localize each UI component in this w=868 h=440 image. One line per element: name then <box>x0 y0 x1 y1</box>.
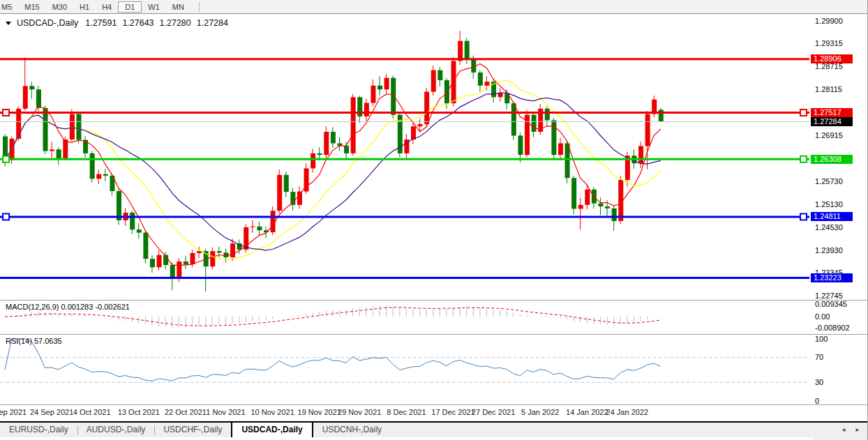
title-symbol: USDCAD-,Daily <box>17 18 78 28</box>
candle <box>638 146 643 163</box>
candle <box>70 114 75 139</box>
macd-indicator-label: MACD(12,26,9) 0.001283 -0.002621 <box>6 303 130 311</box>
candle <box>364 103 369 116</box>
ma-13-line <box>5 80 661 260</box>
candle <box>257 227 262 231</box>
candle <box>284 175 289 192</box>
price-tick: 1.28115 <box>815 85 842 94</box>
candle <box>351 97 356 153</box>
candle <box>592 190 597 204</box>
candle <box>511 103 516 135</box>
date-label: 19 Nov 2021 <box>298 408 341 416</box>
rsi-indicator-label: RSI(14) 57.0635 <box>6 337 62 345</box>
candle <box>317 153 322 155</box>
candle <box>190 253 195 264</box>
hline-end-marker[interactable] <box>800 156 807 162</box>
candle <box>545 109 550 121</box>
hline-end-marker[interactable] <box>3 213 9 220</box>
date-label: 5 Jan 2022 <box>521 408 559 416</box>
candle <box>451 61 456 103</box>
candle <box>63 139 68 158</box>
hline-price-label-support-mid: 1.26308 <box>811 155 853 164</box>
hline-end-marker[interactable] <box>800 109 807 116</box>
rsi-line <box>5 339 661 381</box>
candle <box>324 132 329 155</box>
symbol-dropdown-icon[interactable] <box>6 22 11 25</box>
candle <box>170 265 175 278</box>
candle <box>565 144 570 179</box>
title-high: 1.27643 <box>122 18 154 28</box>
candle <box>478 73 483 86</box>
date-label: 1 Nov 2021 <box>206 408 245 416</box>
title-close: 1.27284 <box>197 18 228 28</box>
hline-end-marker[interactable] <box>3 156 9 162</box>
candle <box>571 178 576 208</box>
candle <box>384 78 389 90</box>
candle <box>137 229 142 232</box>
candle <box>277 175 282 211</box>
candle <box>177 261 181 278</box>
candle <box>371 86 375 103</box>
candle <box>50 149 54 151</box>
candle <box>250 227 255 227</box>
macd-axis-tick: 0.009345 <box>815 300 847 309</box>
candle <box>36 89 41 107</box>
candle <box>484 82 489 86</box>
candles <box>3 31 664 291</box>
candle <box>411 126 416 139</box>
candle <box>377 86 382 90</box>
price-tick: 1.25730 <box>815 177 843 186</box>
ma-5-line <box>5 63 661 265</box>
date-label: 13 Oct 2021 <box>118 408 160 416</box>
date-label: 22 Oct 2021 <box>165 408 207 416</box>
hline-resistance[interactable] <box>0 109 809 116</box>
chart-plot[interactable] <box>0 0 868 440</box>
candle <box>458 41 463 61</box>
candle <box>90 153 95 179</box>
candle <box>217 251 222 252</box>
chart-tab-usdcnh[interactable]: USDCNH-,Daily <box>313 423 391 437</box>
candle <box>551 120 556 155</box>
hline-price-label-support: 1.24811 <box>811 212 853 221</box>
candle <box>43 108 48 151</box>
candle <box>558 144 563 155</box>
date-label: 24 Sep 2021 <box>30 408 73 416</box>
date-label: 27 Dec 2021 <box>472 408 515 416</box>
candle <box>23 86 28 109</box>
hline-end-marker[interactable] <box>800 213 807 220</box>
candle <box>76 114 81 140</box>
candle <box>344 146 349 153</box>
chart-tab-bar: EURUSD-,DailyAUDUSD-,DailyUSDCHF-,DailyU… <box>0 421 868 440</box>
tab-scroll-left-icon[interactable]: ◄ <box>839 426 848 434</box>
chart-tab-eurusd[interactable]: EURUSD-,Daily <box>0 423 77 437</box>
rsi-axis-tick: 100 <box>815 335 828 344</box>
date-label: 10 Nov 2021 <box>250 408 294 416</box>
candle <box>418 124 423 126</box>
candle <box>338 144 343 146</box>
tab-scroll-right-icon[interactable]: ► <box>853 426 862 434</box>
rsi-axis-tick: 30 <box>815 378 823 387</box>
candle <box>331 132 336 144</box>
date-label: 14 Jan 2022 <box>566 408 608 416</box>
hline-end-marker[interactable] <box>3 109 9 116</box>
hline-price-label-resistance: 1.27517 <box>811 108 853 117</box>
chart-tab-usdcad[interactable]: USDCAD-,Daily <box>231 421 313 437</box>
candle <box>532 115 537 132</box>
candle <box>645 114 650 146</box>
candle <box>431 70 436 92</box>
macd-axis-tick: 0.00 <box>815 312 830 321</box>
bid-price-label: 1.27284 <box>811 117 853 126</box>
date-label: 4 Oct 2021 <box>73 408 111 416</box>
candle <box>157 255 162 268</box>
candle <box>465 41 470 59</box>
price-tick: 1.23930 <box>815 246 843 255</box>
date-label: 29 Nov 2021 <box>338 408 381 416</box>
candle <box>437 70 442 80</box>
date-label: 17 Dec 2021 <box>431 408 474 416</box>
candle <box>659 109 664 121</box>
candle <box>57 149 61 158</box>
price-tick: 1.26915 <box>815 131 843 140</box>
chart-tab-usdchf[interactable]: USDCHF-,Daily <box>154 423 231 437</box>
candle <box>585 190 590 205</box>
chart-tab-audusd[interactable]: AUDUSD-,Daily <box>77 423 155 437</box>
